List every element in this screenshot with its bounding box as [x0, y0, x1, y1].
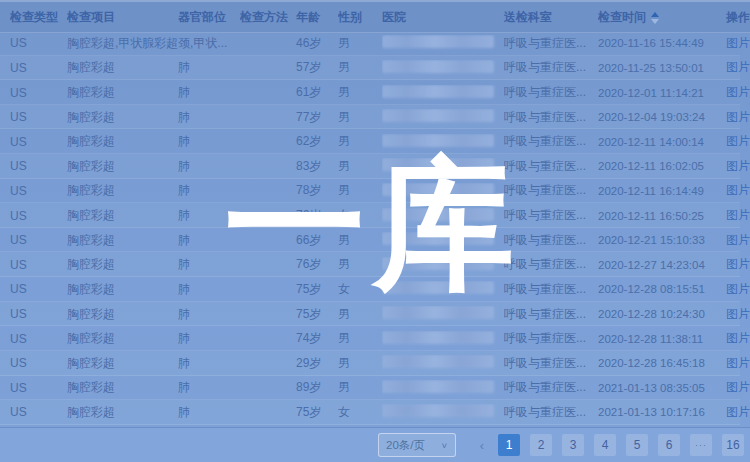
image-link[interactable]: 图片: [726, 159, 750, 173]
cell-hospital: [382, 134, 504, 150]
page-button-1[interactable]: 1: [498, 434, 520, 456]
image-link[interactable]: 图片: [726, 110, 750, 124]
cell-action: 图片: [726, 281, 750, 298]
table-row: US胸腔彩超肺89岁男呼吸与重症医...2021-01-13 08:35:05图…: [0, 376, 740, 401]
image-link[interactable]: 图片: [726, 233, 750, 247]
cell-age: 46岁: [296, 35, 338, 52]
page-button-3[interactable]: 3: [562, 434, 584, 456]
cell-dept: 呼吸与重症医...: [504, 256, 598, 273]
redacted-hospital-blur: [382, 232, 494, 245]
cell-type: US: [10, 282, 67, 296]
redacted-hospital-blur: [382, 134, 494, 147]
cell-dept: 呼吸与重症医...: [504, 109, 598, 126]
cell-organ: 肺: [178, 330, 240, 347]
cell-time: 2021-01-13 08:35:05: [598, 382, 726, 394]
image-link[interactable]: 图片: [726, 282, 750, 296]
cell-item: 胸腔彩超: [67, 330, 178, 347]
cell-dept: 呼吸与重症医...: [504, 207, 598, 224]
sort-caret-icon[interactable]: [651, 12, 659, 24]
table-row: US胸腔彩超肺66岁男呼吸与重症医...2020-12-21 15:10:33图…: [0, 228, 740, 253]
cell-organ: 肺: [178, 281, 240, 298]
cell-item: 胸腔彩超: [67, 256, 178, 273]
cell-age: 61岁: [296, 84, 338, 101]
cell-dept: 呼吸与重症医...: [504, 281, 598, 298]
column-header-item: 检查项目: [67, 9, 178, 26]
cell-action: 图片: [726, 330, 750, 347]
cell-organ: 肺: [178, 379, 240, 396]
prev-page-button[interactable]: ‹: [474, 438, 490, 453]
cell-time: 2020-12-27 14:23:04: [598, 259, 726, 271]
cell-time: 2020-12-28 10:24:30: [598, 308, 726, 320]
cell-dept: 呼吸与重症医...: [504, 59, 598, 76]
cell-time: 2020-12-28 11:38:11: [598, 333, 726, 345]
cell-hospital: [382, 355, 504, 371]
cell-type: US: [10, 356, 67, 370]
cell-gender: 男: [338, 355, 382, 372]
redacted-hospital-blur: [382, 109, 494, 122]
cell-item: 胸腔彩超: [67, 404, 178, 421]
cell-hospital: [382, 85, 504, 101]
cell-type: US: [10, 233, 67, 247]
image-link[interactable]: 图片: [726, 36, 750, 50]
cell-action: 图片: [726, 306, 750, 323]
page-button-2[interactable]: 2: [530, 434, 552, 456]
page-button-5[interactable]: 5: [626, 434, 648, 456]
cell-time: 2020-12-21 15:10:33: [598, 234, 726, 246]
exam-records-table-screen: 检查类型检查项目器官部位检查方法年龄性别医院送检科室检查时间操作 US胸腔彩超,…: [0, 0, 750, 462]
page-ellipsis[interactable]: ···: [690, 434, 712, 456]
table-row: US胸腔彩超肺29岁男呼吸与重症医...2020-12-28 16:45:18图…: [0, 351, 740, 376]
cell-gender: 女: [338, 207, 382, 224]
cell-action: 图片: [726, 256, 750, 273]
page-button-6[interactable]: 6: [658, 434, 680, 456]
cell-item: 胸腔彩超: [67, 109, 178, 126]
page-button-16[interactable]: 16: [722, 434, 744, 456]
table-row: US胸腔彩超肺62岁男呼吸与重症医...2020-12-11 14:00:14图…: [0, 129, 740, 154]
image-link[interactable]: 图片: [726, 208, 750, 222]
image-link[interactable]: 图片: [726, 183, 750, 197]
cell-time: 2020-12-01 11:14:21: [598, 87, 726, 99]
cell-time: 2020-12-28 16:45:18: [598, 357, 726, 369]
cell-gender: 男: [338, 35, 382, 52]
cell-item: 胸腔彩超: [67, 379, 178, 396]
image-link[interactable]: 图片: [726, 356, 750, 370]
cell-dept: 呼吸与重症医...: [504, 182, 598, 199]
cell-action: 图片: [726, 59, 750, 76]
cell-hospital: [382, 35, 504, 51]
image-link[interactable]: 图片: [726, 307, 750, 321]
image-link[interactable]: 图片: [726, 331, 750, 345]
image-link[interactable]: 图片: [726, 380, 750, 394]
cell-hospital: [382, 158, 504, 174]
redacted-hospital-blur: [382, 306, 494, 319]
cell-action: 图片: [726, 232, 750, 249]
page-size-value: 20条/页: [386, 438, 425, 453]
cell-time: 2020-12-11 16:14:49: [598, 185, 726, 197]
pagination-bar: 20条/页 ∨ ‹ 123456···16: [0, 427, 750, 462]
cell-age: 78岁: [296, 182, 338, 199]
cell-item: 胸腔彩超: [67, 133, 178, 150]
column-header-type: 检查类型: [10, 9, 67, 26]
cell-hospital: [382, 257, 504, 273]
cell-type: US: [10, 135, 67, 149]
column-header-age: 年龄: [296, 9, 338, 26]
redacted-hospital-blur: [382, 257, 494, 270]
cell-item: 胸腔彩超: [67, 59, 178, 76]
page-button-4[interactable]: 4: [594, 434, 616, 456]
image-link[interactable]: 图片: [726, 60, 750, 74]
column-header-time[interactable]: 检查时间: [598, 9, 726, 26]
redacted-hospital-blur: [382, 331, 494, 344]
column-header-organ: 器官部位: [178, 9, 240, 26]
cell-action: 图片: [726, 207, 750, 224]
cell-organ: 肺: [178, 84, 240, 101]
cell-action: 图片: [726, 133, 750, 150]
cell-age: 75岁: [296, 281, 338, 298]
image-link[interactable]: 图片: [726, 405, 750, 419]
page-size-select[interactable]: 20条/页 ∨: [378, 433, 456, 457]
redacted-hospital-blur: [382, 35, 494, 48]
cell-dept: 呼吸与重症医...: [504, 355, 598, 372]
image-link[interactable]: 图片: [726, 85, 750, 99]
image-link[interactable]: 图片: [726, 257, 750, 271]
cell-type: US: [10, 405, 67, 419]
chevron-down-icon: ∨: [441, 441, 448, 450]
redacted-hospital-blur: [382, 380, 494, 393]
image-link[interactable]: 图片: [726, 134, 750, 148]
